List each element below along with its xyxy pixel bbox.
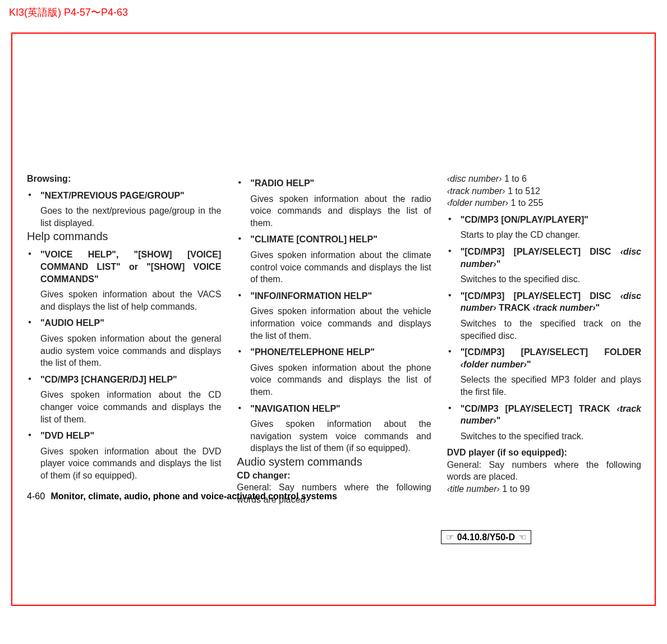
list-item: "[CD/MP3] [PLAY/SELECT] FOLDER ‹folder n… bbox=[447, 346, 641, 398]
cmd-param: ‹folder number› bbox=[461, 360, 527, 369]
list-item: "NAVIGATION HELP" Gives spoken informati… bbox=[237, 403, 431, 454]
command-desc: Gives spoken information about the vehic… bbox=[250, 305, 431, 342]
list-item: "RADIO HELP" Gives spoken information ab… bbox=[237, 177, 431, 229]
cd-changer-heading: CD changer: bbox=[237, 470, 431, 482]
column-3: ‹disc number› 1 to 6 ‹track number› 1 to… bbox=[447, 173, 641, 506]
list-item: "AUDIO HELP" Gives spoken information ab… bbox=[27, 317, 221, 369]
list-item: "CD/MP3 [PLAY/SELECT] TRACK ‹track numbe… bbox=[447, 403, 641, 443]
command-desc: Switches to the specified track. bbox=[461, 430, 641, 443]
cmd-seg: " bbox=[496, 416, 501, 425]
page-frame: Browsing: "NEXT/PREVIOUS PAGE/GROUP" Goe… bbox=[11, 33, 656, 606]
column-2: "RADIO HELP" Gives spoken information ab… bbox=[237, 173, 431, 506]
cmd-seg: TRACK bbox=[496, 303, 533, 312]
param-range: 1 to 99 bbox=[500, 484, 530, 494]
command-text: "RADIO HELP" bbox=[250, 178, 314, 188]
list-item: "NEXT/PREVIOUS PAGE/GROUP" Goes to the n… bbox=[27, 190, 221, 229]
page-number: 4-60 bbox=[27, 491, 45, 501]
page-footer: 4-60 Monitor, climate, audio, phone and … bbox=[27, 491, 337, 502]
command-text: "INFO/INFORMATION HELP" bbox=[250, 291, 372, 301]
list-item: "CLIMATE [CONTROL] HELP" Gives spoken in… bbox=[237, 233, 431, 285]
param-name: ‹disc number› bbox=[447, 174, 502, 183]
cmd-seg: "[CD/MP3] [PLAY/SELECT] DISC bbox=[461, 247, 620, 256]
stamp-text: 04.10.8/Y50-D bbox=[457, 532, 515, 542]
command-text: "CD/MP3 [CHANGER/DJ] HELP" bbox=[40, 375, 177, 384]
command-text: "NEXT/PREVIOUS PAGE/GROUP" bbox=[40, 191, 185, 200]
list-item: "[CD/MP3] [PLAY/SELECT] DISC ‹disc numbe… bbox=[447, 246, 641, 286]
param-range: 1 to 6 bbox=[502, 174, 526, 183]
cmd-seg: " bbox=[496, 259, 501, 269]
command-desc: Gives spoken information about the DVD p… bbox=[40, 445, 221, 482]
command-text: "VOICE HELP", "[SHOW] [VOICE] COMMAND LI… bbox=[40, 250, 221, 283]
cmd-seg: "[CD/MP3] [PLAY/SELECT] DISC bbox=[461, 291, 620, 301]
param-range: 1 to 255 bbox=[508, 198, 543, 208]
date-code-stamp: ☞ 04.10.8/Y50-D ☜ bbox=[441, 530, 531, 544]
hand-right-icon: ☞ bbox=[446, 532, 454, 542]
command-text: "[CD/MP3] [PLAY/SELECT] DISC ‹disc numbe… bbox=[461, 291, 641, 313]
command-desc: Gives spoken information about the VACS … bbox=[40, 288, 221, 312]
list-item: "VOICE HELP", "[SHOW] [VOICE] COMMAND LI… bbox=[27, 249, 221, 312]
list-item: "INFO/INFORMATION HELP" Gives spoken inf… bbox=[237, 290, 431, 342]
command-text: "CD/MP3 [PLAY/SELECT] TRACK ‹track numbe… bbox=[461, 404, 641, 426]
column-1: Browsing: "NEXT/PREVIOUS PAGE/GROUP" Goe… bbox=[27, 173, 221, 506]
footer-title: Monitor, climate, audio, phone and voice… bbox=[50, 491, 337, 501]
command-desc: Gives spoken information about the CD ch… bbox=[40, 389, 221, 425]
content-columns: Browsing: "NEXT/PREVIOUS PAGE/GROUP" Goe… bbox=[27, 173, 641, 506]
browsing-heading: Browsing: bbox=[27, 173, 221, 185]
cmd-seg: "[CD/MP3] [PLAY/SELECT] FOLDER bbox=[461, 347, 641, 357]
source-range-label: KI3(英語版) P4-57〜P4-63 bbox=[9, 6, 128, 19]
command-desc: Goes to the next/previous page/group in … bbox=[40, 205, 221, 229]
param-range: 1 to 512 bbox=[505, 186, 540, 196]
audio-commands-heading: Audio system commands bbox=[237, 454, 431, 470]
param-folder: ‹folder number› 1 to 255 bbox=[447, 197, 641, 209]
list-item: "CD/MP3 [ON/PLAY/PLAYER]" Starts to play… bbox=[447, 214, 641, 241]
command-desc: Selects the specified MP3 folder and pla… bbox=[461, 374, 641, 398]
list-item: "[CD/MP3] [PLAY/SELECT] DISC ‹disc numbe… bbox=[447, 290, 641, 342]
param-name: ‹track number› bbox=[447, 186, 505, 196]
param-name: ‹title number› bbox=[447, 484, 500, 494]
command-desc: Gives spoken information about the gener… bbox=[40, 333, 221, 369]
command-desc: Gives spoken information about the clima… bbox=[250, 249, 431, 286]
command-desc: Gives spoken information about the navig… bbox=[250, 418, 431, 454]
command-desc: Gives spoken information about the phone… bbox=[250, 362, 431, 398]
command-text: "CD/MP3 [ON/PLAY/PLAYER]" bbox=[461, 215, 588, 224]
cmd-seg: "CD/MP3 [PLAY/SELECT] TRACK bbox=[461, 404, 617, 413]
param-name: ‹folder number› bbox=[447, 198, 508, 208]
command-text: "NAVIGATION HELP" bbox=[250, 404, 340, 413]
param-title: ‹title number› 1 to 99 bbox=[447, 483, 641, 495]
hand-left-icon: ☜ bbox=[518, 532, 526, 542]
list-item: "CD/MP3 [CHANGER/DJ] HELP" Gives spoken … bbox=[27, 374, 221, 425]
list-item: "DVD HELP" Gives spoken information abou… bbox=[27, 430, 221, 481]
command-desc: Switches to the specified disc. bbox=[461, 273, 641, 286]
dvd-heading: DVD player (if so equipped): bbox=[447, 447, 641, 459]
cmd-seg: " bbox=[527, 360, 531, 369]
cmd-param: ‹track number› bbox=[533, 303, 596, 312]
list-item: "PHONE/TELEPHONE HELP" Gives spoken info… bbox=[237, 346, 431, 398]
command-desc: Starts to play the CD changer. bbox=[461, 229, 641, 241]
param-track: ‹track number› 1 to 512 bbox=[447, 185, 641, 197]
command-text: "[CD/MP3] [PLAY/SELECT] DISC ‹disc numbe… bbox=[461, 247, 641, 269]
command-text: "DVD HELP" bbox=[40, 431, 94, 440]
cmd-seg: " bbox=[596, 303, 600, 312]
help-commands-heading: Help commands bbox=[27, 229, 221, 244]
dvd-general-note: General: Say numbers where the following… bbox=[447, 459, 641, 483]
command-text: "CLIMATE [CONTROL] HELP" bbox=[250, 234, 377, 244]
command-text: "[CD/MP3] [PLAY/SELECT] FOLDER ‹folder n… bbox=[461, 347, 641, 369]
command-text: "PHONE/TELEPHONE HELP" bbox=[250, 347, 374, 357]
command-text: "AUDIO HELP" bbox=[40, 318, 104, 328]
command-desc: Gives spoken information about the radio… bbox=[250, 193, 431, 229]
command-desc: Switches to the specified track on the s… bbox=[461, 318, 641, 342]
param-disc: ‹disc number› 1 to 6 bbox=[447, 173, 641, 185]
